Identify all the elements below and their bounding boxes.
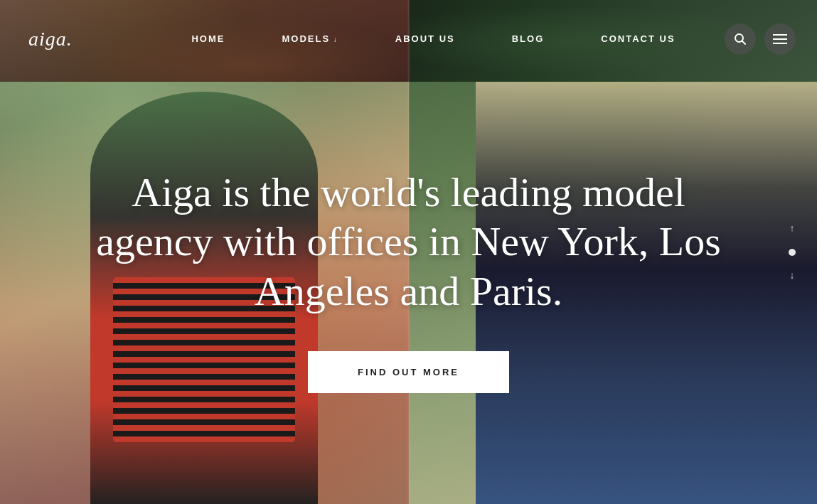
logo[interactable]: aiga.: [0, 28, 142, 50]
scroll-indicators: ↑ ↓: [789, 223, 796, 282]
menu-button[interactable]: [764, 23, 796, 55]
nav-links: HOME MODELS ABOUT US BLOG CONTACT US: [142, 33, 725, 44]
svg-line-1: [742, 41, 746, 44]
nav-models[interactable]: MODELS: [282, 33, 338, 44]
search-icon: [734, 33, 747, 45]
nav-home[interactable]: HOME: [191, 33, 225, 44]
nav-actions: [725, 23, 817, 55]
nav-about[interactable]: ABOUT US: [395, 33, 455, 44]
find-out-more-button[interactable]: FIND OUT MORE: [308, 351, 509, 393]
nav-blog[interactable]: BLOG: [512, 33, 545, 44]
scroll-up-button[interactable]: ↑: [790, 223, 795, 235]
nav-contact[interactable]: CONTACT US: [601, 33, 675, 44]
hero-headline: Aiga is the world's leading model agency…: [89, 168, 729, 316]
scroll-dot: [789, 249, 796, 256]
search-button[interactable]: [725, 23, 756, 55]
navbar: aiga. HOME MODELS ABOUT US BLOG CONTACT …: [0, 0, 817, 77]
scroll-down-button[interactable]: ↓: [790, 270, 795, 282]
hamburger-icon: [773, 34, 787, 44]
